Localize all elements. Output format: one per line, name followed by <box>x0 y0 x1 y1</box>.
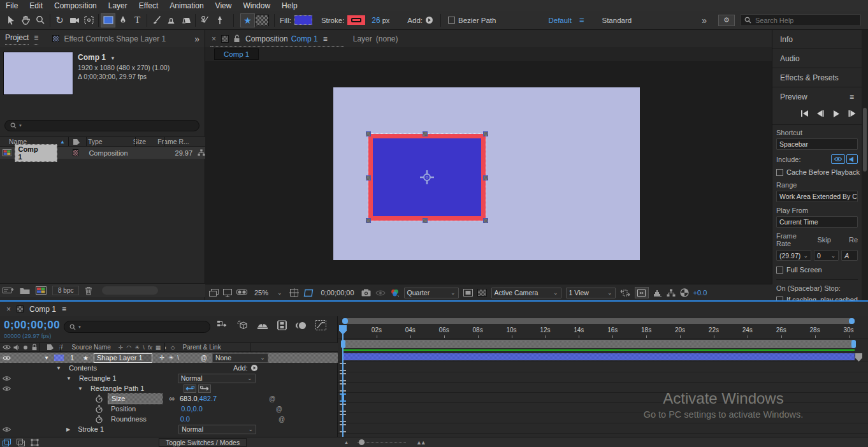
preview-panel-menu-icon[interactable]: ≡ <box>850 92 854 101</box>
render-order-icon[interactable] <box>17 439 25 446</box>
layer-name[interactable]: Shape Layer 1 <box>94 353 152 363</box>
hand-tool-button[interactable] <box>18 13 33 27</box>
next-frame-button[interactable] <box>845 108 859 119</box>
menu-item-composition[interactable]: Composition <box>48 1 103 10</box>
viewer-tab-close-icon[interactable]: × <box>212 34 216 43</box>
view-layout-dropdown[interactable]: 1 View⌄ <box>566 288 616 298</box>
sync-settings-button[interactable]: ⚙ <box>718 15 735 26</box>
viewer-tab-menu-icon[interactable]: ≡ <box>323 34 328 43</box>
position-label[interactable]: Position <box>111 405 136 413</box>
panel-audio[interactable]: Audio <box>772 49 862 68</box>
row-eye-icon[interactable] <box>3 386 11 392</box>
project-item-name[interactable]: Comp 1 <box>15 144 57 162</box>
viewer-subtab-comp[interactable]: Comp 1 <box>214 48 259 60</box>
panel-info[interactable]: Info <box>772 30 862 49</box>
menu-item-help[interactable]: Help <box>276 1 303 10</box>
always-preview-icon[interactable] <box>209 289 219 297</box>
label-column-icon[interactable] <box>73 138 80 145</box>
play-from-dropdown[interactable]: Current Time <box>776 216 858 228</box>
project-search-box[interactable]: ▼ <box>4 120 199 131</box>
layer-parent-dropdown[interactable]: None⌄ <box>212 353 268 363</box>
magnification-dropdown[interactable]: 25% ⌄ <box>252 289 285 297</box>
row-rectangle-1[interactable]: ▼ Rectangle 1 Normal⌄ <box>0 373 338 383</box>
size-label[interactable]: Size <box>108 393 163 404</box>
stroke1-blend-mode-dropdown[interactable]: Normal⌄ <box>178 425 256 434</box>
row-roundness[interactable]: Roundness 0.0 @ <box>0 414 338 424</box>
show-snapshot-eye-icon[interactable] <box>375 289 386 297</box>
mini-flowchart-icon[interactable] <box>667 289 676 297</box>
sidebar-scrollbar[interactable] <box>862 30 868 301</box>
star-fill-toggle[interactable]: ★ <box>240 13 255 27</box>
roundness-value[interactable]: 0.0 <box>180 415 190 423</box>
toolbar-overflow-icon[interactable]: » <box>702 15 707 26</box>
resolution-dropdown[interactable]: Quarter⌄ <box>404 288 459 298</box>
timeline-zoom-slider[interactable] <box>358 442 406 443</box>
graph-editor-icon[interactable] <box>315 320 326 330</box>
transform-box-icon[interactable] <box>31 439 39 446</box>
project-item-row[interactable]: Comp 1 Composition 29.97 <box>0 147 205 159</box>
include-audio-toggle[interactable] <box>846 154 858 164</box>
trash-icon[interactable] <box>85 286 92 295</box>
bpc-button[interactable]: 8 bpc <box>52 286 79 295</box>
add-shape-button[interactable] <box>425 16 433 25</box>
layer-switch-anchor-icon[interactable]: ✛ <box>160 355 165 361</box>
path-direction-reversed-icon[interactable] <box>184 385 196 393</box>
row-eye-icon[interactable] <box>3 376 11 381</box>
rectangle-tool-button[interactable] <box>101 13 115 27</box>
search-help-input[interactable] <box>755 17 851 24</box>
transparency-grid-icon[interactable] <box>477 289 487 297</box>
zoom-tool-button[interactable] <box>33 13 48 27</box>
viewer-tab-label[interactable]: Composition <box>245 34 288 43</box>
project-panel-menu-icon[interactable]: ≡ <box>34 33 38 45</box>
composition-canvas[interactable] <box>333 87 640 260</box>
frame-rate-dropdown[interactable]: (29.97)⌄ <box>776 250 811 261</box>
timeline-tab-label[interactable]: Comp 1 <box>29 305 56 314</box>
eraser-tool-button[interactable] <box>178 13 193 27</box>
row-eye-icon[interactable] <box>3 427 11 432</box>
shape-handle-ne[interactable] <box>483 131 488 136</box>
expand-in-out-icon[interactable] <box>3 439 11 446</box>
path1-label[interactable]: Rectangle Path 1 <box>90 385 144 392</box>
rotate-tool-button[interactable]: ↻ <box>52 13 67 27</box>
anchor-point-icon[interactable] <box>419 170 435 185</box>
menu-item-effect[interactable]: Effect <box>133 1 164 10</box>
work-area-end-handle[interactable] <box>851 340 856 348</box>
column-type[interactable]: Type <box>88 138 103 145</box>
motion-blur-icon[interactable] <box>296 321 307 330</box>
full-screen-checkbox[interactable] <box>776 267 783 274</box>
layer-eye-icon[interactable] <box>3 355 11 361</box>
zoom-in-icon[interactable]: ▲▲ <box>416 439 425 446</box>
row-stroke-1[interactable]: ▶ Stroke 1 Normal⌄ <box>0 424 338 434</box>
search-help-box[interactable] <box>740 14 861 26</box>
skip-dropdown[interactable]: 0⌄ <box>814 250 839 261</box>
stroke1-caret[interactable]: ▶ <box>66 427 70 432</box>
histogram-icon[interactable] <box>653 289 662 297</box>
grid-guides-icon[interactable] <box>289 288 299 297</box>
zoom-out-icon[interactable]: ▲ <box>344 440 349 444</box>
camera-dropdown[interactable]: Active Camera⌄ <box>491 288 561 298</box>
layer-switch-quality-icon[interactable]: \ <box>177 355 179 361</box>
interpret-footage-icon[interactable] <box>3 286 14 295</box>
constrain-link-icon[interactable]: ∞ <box>169 394 175 403</box>
stopwatch-icon[interactable] <box>96 405 103 413</box>
first-frame-button[interactable] <box>797 108 811 119</box>
3d-glasses-icon[interactable] <box>236 289 247 297</box>
pixel-aspect-toggle[interactable] <box>635 287 649 298</box>
tab-effect-controls[interactable]: Effect Controls Shape Layer 1 <box>64 34 166 43</box>
menu-item-window[interactable]: Window <box>237 1 276 10</box>
play-button[interactable] <box>829 108 843 119</box>
comp-name-caret-icon[interactable]: ▼ <box>110 55 115 61</box>
stroke1-label[interactable]: Stroke 1 <box>78 425 104 433</box>
shape-layer-rectangle[interactable] <box>368 134 486 221</box>
timeline-tab-menu-icon[interactable]: ≡ <box>62 305 66 314</box>
workspace-selector[interactable]: Default <box>548 17 571 24</box>
layer-label-swatch[interactable] <box>54 355 64 361</box>
layer-switch-sun-icon[interactable]: ☀ <box>168 355 173 361</box>
column-parent-link[interactable]: Parent & Link <box>183 344 221 351</box>
transparency-grid-toggle[interactable] <box>255 15 269 26</box>
sidebar-scrollbar-thumb[interactable] <box>863 108 867 172</box>
layer-pick-whip-icon[interactable]: @ <box>201 355 207 362</box>
range-dropdown[interactable]: Work Area Extended By C <box>776 191 858 202</box>
bezier-path-checkbox[interactable] <box>448 17 455 24</box>
work-area-bar[interactable] <box>342 340 855 348</box>
